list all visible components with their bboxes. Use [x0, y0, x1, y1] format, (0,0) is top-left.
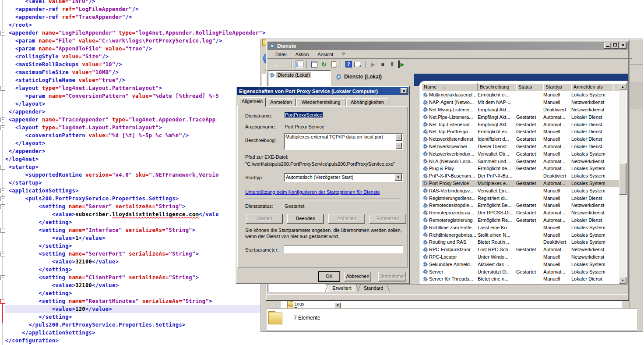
scroll-up-icon[interactable]: ▲: [396, 134, 402, 141]
dropdown-arrow-icon[interactable]: ▼: [334, 302, 341, 309]
fold-collapse-icon[interactable]: -: [0, 86, 5, 91]
table-row[interactable]: RPC-Endpunktzuor...Löst RPC-Sch...Gestar…: [422, 246, 619, 253]
table-row[interactable]: NetzwerklistendienstIdentifiziert d...Ge…: [422, 135, 619, 143]
restart-icon[interactable]: [398, 60, 405, 68]
view-tab-standard[interactable]: Standard: [361, 285, 386, 292]
fold-collapse-icon[interactable]: -: [0, 299, 5, 304]
starten-button[interactable]: Starten: [246, 214, 283, 224]
service-name: Registrierungsdiens...: [429, 196, 475, 201]
table-row[interactable]: Netzwerkspeicher-...Dieser Dienst...Gest…: [422, 143, 619, 150]
table-row[interactable]: Server für Threads...Bietet eine n...Man…: [422, 275, 619, 283]
scroll-down-icon[interactable]: ▼: [396, 142, 402, 149]
starttyp-combobox[interactable]: Automatisch (Verzögerter Start) ▼: [284, 173, 403, 182]
help-icon[interactable]: [345, 60, 352, 68]
view-tab-erweitert[interactable]: Erweitert: [328, 285, 355, 292]
table-row[interactable]: RPC-LocatorUnter Windo...ManuellNetzwerk…: [422, 253, 619, 261]
service-logonas: Lokales System: [571, 188, 613, 193]
table-row[interactable]: Sekundäre Anmeld...Aktiviert das ...Manu…: [422, 260, 619, 268]
table-row[interactable]: Plug & PlayErmöglicht de...GestartetAuto…: [422, 165, 619, 172]
dialog-title-bar[interactable]: Eigenschaften von Port Proxy Service (Lo…: [237, 87, 408, 95]
fold-collapse-icon[interactable]: -: [0, 117, 5, 122]
table-row[interactable]: Remoteprozedurau...Der RPCSS-Di...Gestar…: [422, 209, 619, 217]
stop-icon[interactable]: [379, 60, 387, 68]
table-row[interactable]: RAS-Verbindungsv...Verwaltet Ein...Manue…: [422, 187, 619, 194]
fold-collapse-icon[interactable]: -: [0, 165, 5, 170]
service-starttype: Automat...: [543, 217, 571, 223]
chevron-down-icon[interactable]: ▼: [394, 174, 402, 181]
back-icon[interactable]: [271, 60, 279, 68]
ok-button[interactable]: OK: [319, 272, 340, 281]
table-row[interactable]: Multimediaklassenpl...Ermöglicht ei...Ma…: [422, 91, 619, 99]
anhalten-button[interactable]: Anhalten: [328, 214, 365, 224]
table-row[interactable]: Net.Msmq-Listener...Empfängt Akt...Deakt…: [422, 106, 619, 114]
table-row[interactable]: Net.Tcp-Listenerad...Empfängt Akt...Gest…: [422, 121, 619, 128]
action-pane-icon[interactable]: [354, 60, 362, 68]
close-icon[interactable]: ×: [401, 88, 407, 94]
table-row[interactable]: Richtlinie zum Entfe...Lässt eine Ko...M…: [422, 224, 619, 231]
menu-item-datei[interactable]: Datei: [272, 51, 290, 58]
table-row[interactable]: RemoteregistrierungErmöglicht Re...Gesta…: [422, 217, 619, 224]
beschreibung-textbox[interactable]: Multiplexes external TCP/IP data on loca…: [284, 133, 403, 150]
properties-icon[interactable]: [310, 60, 318, 68]
table-row[interactable]: Registrierungsdiens...Registriert di...M…: [422, 194, 619, 202]
bernehmen-button[interactable]: Übernehmen: [378, 272, 406, 281]
dienstname-value[interactable]: PortProxyService: [285, 112, 323, 117]
fold-collapse-icon[interactable]: -: [0, 228, 5, 233]
table-row[interactable]: Port Proxy ServiceMultiplexes e...Gestar…: [422, 180, 619, 187]
tab-wiederherstellung[interactable]: Wiederherstellung: [296, 98, 345, 106]
fold-collapse-icon[interactable]: -: [0, 125, 5, 130]
scroll-up-icon[interactable]: ▲: [619, 83, 626, 90]
table-row[interactable]: ServerUnterstützt D...GestartetAutomat..…: [422, 268, 619, 275]
service-icon: [423, 240, 428, 245]
console-tree-icon[interactable]: [296, 60, 303, 68]
tab-anmelden[interactable]: Anmelden: [267, 98, 296, 106]
fold-collapse-icon[interactable]: -: [0, 31, 5, 36]
abbrechen-button[interactable]: Abbrechen: [344, 272, 371, 281]
table-row[interactable]: Netzwerkverbindun...Verwaltet Ob...Gesta…: [422, 150, 619, 157]
service-starttype: Manuell: [543, 129, 571, 134]
fortsetzen-button[interactable]: Fortsetzen: [370, 214, 406, 224]
service-starttype: Deaktiviert: [543, 173, 571, 178]
fold-collapse-icon[interactable]: -: [0, 189, 5, 193]
tree-item-dienste-lokal[interactable]: Dienste (Lokal): [270, 72, 311, 78]
menu-item-ansicht[interactable]: Ansicht: [314, 51, 337, 58]
export-icon[interactable]: [330, 60, 338, 68]
services-title-bar[interactable]: Dienste: [267, 42, 628, 50]
service-icon: [423, 144, 428, 149]
divider: [245, 199, 401, 200]
start-icon[interactable]: [369, 60, 377, 68]
service-logonas: Lokales System: [571, 92, 613, 97]
tab-allgemein[interactable]: Allgemein: [239, 97, 266, 107]
table-row[interactable]: PnP-X-IP-Busenum...Der PnP-X-Bu...Deakti…: [422, 172, 619, 180]
vertical-scrollbar[interactable]: ▲ ▼: [619, 83, 626, 284]
code-line: <value>subscriber.lloydslistintelligence…: [5, 210, 266, 218]
fold-collapse-icon[interactable]: -: [0, 275, 5, 280]
table-row[interactable]: Net.Tcp-Portfreiga...Ermöglicht es...Ges…: [422, 128, 619, 135]
fold-collapse-icon[interactable]: -: [0, 252, 5, 256]
services-icon: [270, 73, 274, 78]
table-row[interactable]: NLA (Network Loca...Sammelt und ...Gesta…: [422, 157, 619, 165]
table-row[interactable]: Remotedesktopdie...Ermöglicht Be...Gesta…: [422, 202, 619, 209]
startparameter-input[interactable]: [284, 245, 403, 253]
fold-collapse-icon[interactable]: -: [0, 196, 5, 201]
table-row[interactable]: NAP-Agent (Netwo...Mit dem NAP-...Manuel…: [422, 99, 619, 106]
service-description: Aktiviert das ...: [478, 262, 516, 267]
service-starttype: Automat...: [543, 210, 571, 215]
maximize-button[interactable]: [612, 43, 619, 49]
pause-icon[interactable]: [388, 60, 396, 68]
minimize-button[interactable]: [604, 43, 611, 49]
menu-item-?[interactable]: ?: [338, 51, 348, 58]
tab-abhngigkeiten[interactable]: Abhängigkeiten: [346, 98, 388, 106]
beenden-button[interactable]: Beenden: [287, 214, 324, 224]
scrollbar-thumb[interactable]: [619, 163, 626, 195]
startoptionen-link[interactable]: Unterstützung beim Konfigurieren der Sta…: [245, 189, 380, 195]
table-row[interactable]: Richtlinienergebniss...Stellt einen N...…: [422, 231, 619, 238]
menu-item-aktion[interactable]: Aktion: [292, 51, 313, 58]
close-button[interactable]: ×: [619, 43, 626, 49]
fold-collapse-icon[interactable]: -: [0, 204, 5, 209]
table-row[interactable]: Routing und RASBietet Routin...Deaktivie…: [422, 238, 619, 246]
scroll-down-icon[interactable]: ▼: [619, 277, 626, 284]
table-row[interactable]: Net.Pipe-Listenera...Empfängt Akt...Gest…: [422, 113, 619, 121]
forward-icon[interactable]: [281, 60, 289, 68]
refresh-icon[interactable]: [320, 60, 328, 68]
